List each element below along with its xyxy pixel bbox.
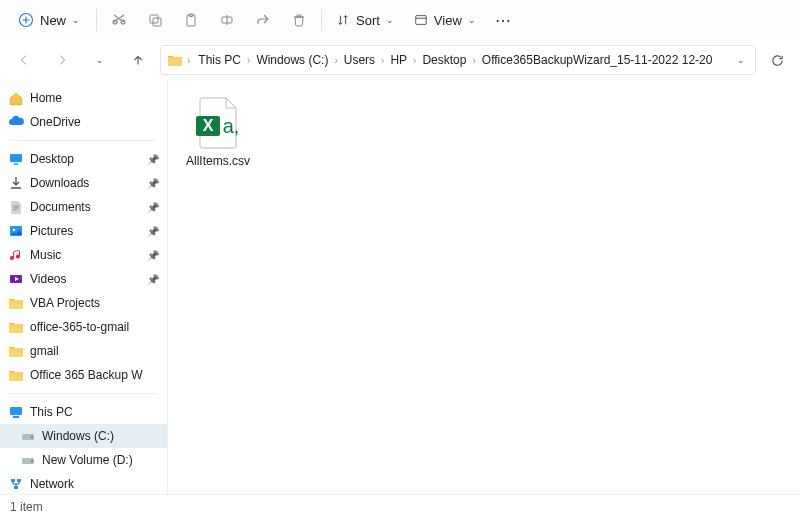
svg-rect-19 [14, 486, 18, 489]
sidebar-item-windows-c-[interactable]: Windows (C:) [0, 424, 167, 448]
pc-icon [8, 404, 24, 420]
pictures-icon [8, 223, 24, 239]
chevron-down-icon: ⌄ [72, 15, 80, 25]
svg-rect-1 [150, 15, 158, 23]
music-icon [8, 247, 24, 263]
separator [10, 140, 157, 141]
sidebar[interactable]: HomeOneDriveDesktop📌Downloads📌Documents📌… [0, 80, 168, 494]
svg-rect-11 [10, 407, 22, 415]
breadcrumb-item[interactable]: Users [340, 51, 379, 69]
sidebar-item-videos[interactable]: Videos📌 [0, 267, 167, 291]
sidebar-item-label: gmail [30, 344, 159, 358]
chevron-down-icon: ⌄ [468, 15, 476, 25]
recent-button[interactable]: ⌄ [84, 44, 116, 76]
sidebar-item-desktop[interactable]: Desktop📌 [0, 147, 167, 171]
network-icon [8, 476, 24, 492]
pin-icon: 📌 [147, 154, 159, 165]
trash-icon [291, 12, 307, 28]
breadcrumb-item[interactable]: Office365BackupWizard_15-11-2022 12-20 [478, 51, 717, 69]
separator [10, 393, 157, 394]
breadcrumb-item[interactable]: This PC [194, 51, 245, 69]
sidebar-item-label: Windows (C:) [42, 429, 159, 443]
drive-icon [20, 452, 36, 468]
sidebar-item-music[interactable]: Music📌 [0, 243, 167, 267]
forward-button[interactable] [46, 44, 78, 76]
sidebar-item-office-365-backup-w[interactable]: Office 365 Backup W [0, 363, 167, 387]
cut-icon [111, 12, 127, 28]
sidebar-item-network[interactable]: Network [0, 472, 167, 494]
csv-file-icon: Xa, [190, 94, 246, 150]
breadcrumb-item[interactable]: HP [386, 51, 411, 69]
chevron-right-icon: › [332, 55, 339, 66]
svg-rect-18 [17, 479, 21, 482]
sidebar-item-vba-projects[interactable]: VBA Projects [0, 291, 167, 315]
copy-button[interactable] [139, 4, 171, 36]
sidebar-item-new-volume-d-[interactable]: New Volume (D:) [0, 448, 167, 472]
separator [96, 9, 97, 31]
chevron-right-icon: › [411, 55, 418, 66]
up-button[interactable] [122, 44, 154, 76]
share-button[interactable] [247, 4, 279, 36]
status-text: 1 item [10, 500, 43, 514]
sidebar-item-label: Documents [30, 200, 141, 214]
sidebar-item-onedrive[interactable]: OneDrive [0, 110, 167, 134]
file-pane[interactable]: Xa,AllItems.csv [168, 80, 800, 494]
breadcrumb-item[interactable]: Desktop [418, 51, 470, 69]
svg-rect-2 [153, 18, 161, 26]
pin-icon: 📌 [147, 274, 159, 285]
chevron-down-icon: ⌄ [96, 55, 104, 65]
pin-icon: 📌 [147, 250, 159, 261]
folder-icon [8, 319, 24, 335]
folder-icon [8, 295, 24, 311]
breadcrumb-item[interactable]: Windows (C:) [252, 51, 332, 69]
sidebar-item-label: Network [30, 477, 159, 491]
more-button[interactable]: ⋯ [488, 4, 520, 36]
svg-point-14 [31, 436, 33, 438]
arrow-up-icon [131, 53, 145, 67]
delete-button[interactable] [283, 4, 315, 36]
plus-circle-icon [18, 12, 34, 28]
pin-icon: 📌 [147, 178, 159, 189]
sidebar-item-downloads[interactable]: Downloads📌 [0, 171, 167, 195]
drive-icon [20, 428, 36, 444]
home-icon [8, 90, 24, 106]
sidebar-item-gmail[interactable]: gmail [0, 339, 167, 363]
paste-button[interactable] [175, 4, 207, 36]
sidebar-item-office-365-to-gmail[interactable]: office-365-to-gmail [0, 315, 167, 339]
sidebar-item-pictures[interactable]: Pictures📌 [0, 219, 167, 243]
pin-icon: 📌 [147, 202, 159, 213]
sidebar-item-documents[interactable]: Documents📌 [0, 195, 167, 219]
chevron-right-icon: › [470, 55, 477, 66]
new-button[interactable]: New ⌄ [8, 8, 90, 32]
sidebar-item-home[interactable]: Home [0, 86, 167, 110]
sidebar-item-label: OneDrive [30, 115, 159, 129]
file-item[interactable]: Xa,AllItems.csv [178, 90, 258, 172]
chevron-right-icon: › [185, 55, 192, 66]
arrow-left-icon [17, 53, 31, 67]
folder-icon [167, 52, 183, 68]
arrow-right-icon [55, 53, 69, 67]
back-button[interactable] [8, 44, 40, 76]
toolbar: New ⌄ Sort ⌄ View ⌄ ⋯ [0, 0, 800, 40]
sort-icon [336, 13, 350, 27]
sidebar-item-label: office-365-to-gmail [30, 320, 159, 334]
chevron-down-icon[interactable]: ⌄ [737, 55, 745, 65]
sidebar-item-this-pc[interactable]: This PC [0, 400, 167, 424]
refresh-button[interactable] [762, 45, 792, 75]
navigation-bar: ⌄ › This PC›Windows (C:)›Users›HP›Deskto… [0, 40, 800, 80]
cut-button[interactable] [103, 4, 135, 36]
share-icon [255, 12, 271, 28]
file-label: AllItems.csv [186, 154, 250, 168]
status-bar: 1 item [0, 494, 800, 518]
sidebar-item-label: Office 365 Backup W [30, 368, 159, 382]
sidebar-item-label: Home [30, 91, 159, 105]
address-bar[interactable]: › This PC›Windows (C:)›Users›HP›Desktop›… [160, 45, 756, 75]
sort-button[interactable]: Sort ⌄ [328, 9, 402, 32]
rename-button[interactable] [211, 4, 243, 36]
downloads-icon [8, 175, 24, 191]
chevron-right-icon: › [245, 55, 252, 66]
folder-icon [8, 367, 24, 383]
svg-rect-12 [13, 416, 19, 418]
svg-rect-6 [416, 16, 427, 25]
view-button[interactable]: View ⌄ [406, 9, 484, 32]
